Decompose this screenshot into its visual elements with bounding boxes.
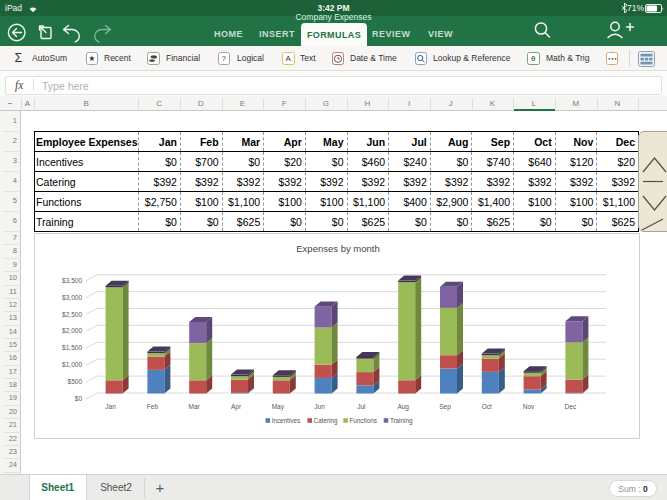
svg-text:Functions: Functions [350, 416, 377, 423]
svg-text:Expenses by month: Expenses by month [296, 243, 379, 254]
svg-text:Mar: Mar [189, 402, 201, 409]
svg-text:$500: $500 [68, 378, 83, 385]
svg-text:Jul: Jul [357, 402, 366, 409]
svg-text:Dec: Dec [565, 402, 577, 409]
svg-text:Oct: Oct [482, 402, 492, 409]
svg-text:Jun: Jun [314, 402, 325, 409]
svg-text:Apr: Apr [231, 402, 242, 410]
svg-text:$2,000: $2,000 [62, 327, 82, 334]
svg-text:$3,000: $3,000 [62, 293, 82, 300]
svg-text:$1,500: $1,500 [62, 344, 82, 351]
svg-text:Jan: Jan [105, 402, 116, 409]
svg-text:$3,500: $3,500 [62, 276, 82, 283]
svg-text:$2,500: $2,500 [62, 310, 82, 317]
svg-text:Catering: Catering [314, 416, 338, 424]
svg-text:May: May [272, 402, 285, 410]
svg-text:$0: $0 [75, 395, 83, 402]
svg-text:Incentives: Incentives [272, 416, 300, 423]
svg-text:Feb: Feb [147, 402, 159, 409]
svg-text:$1,000: $1,000 [62, 361, 82, 368]
svg-text:Sep: Sep [439, 402, 451, 410]
svg-text:Nov: Nov [523, 402, 535, 409]
svg-text:Aug: Aug [397, 402, 409, 410]
svg-text:Training: Training [390, 416, 413, 424]
